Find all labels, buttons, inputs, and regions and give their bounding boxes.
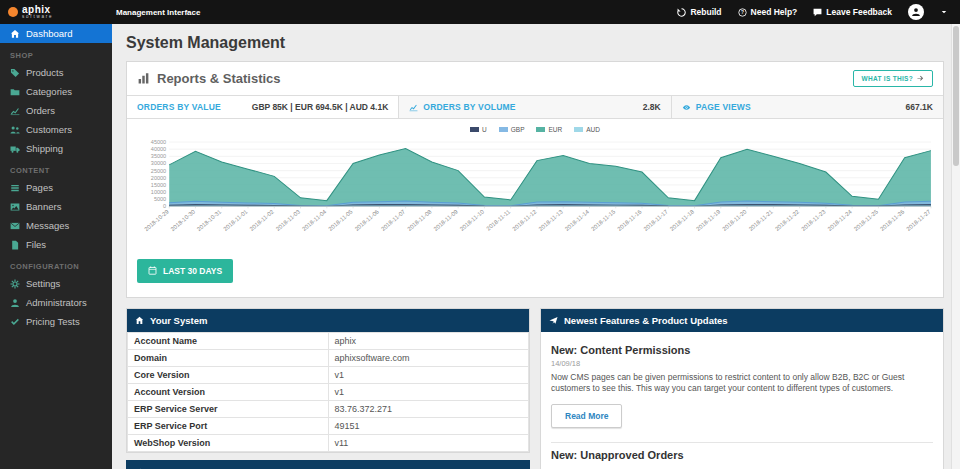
sidebar-item-files[interactable]: Files [0,235,112,254]
topbar: aphix software Management Interface Rebu… [0,0,960,24]
sidebar-item-customers[interactable]: Customers [0,120,112,139]
svg-text:10000: 10000 [151,189,166,195]
topbar-subtitle: Management Interface [116,8,200,17]
tab-page-views[interactable]: PAGE VIEWS 667.1K [671,96,943,118]
user-avatar[interactable] [908,4,924,20]
sidebar-item-label: Orders [26,105,55,116]
orders-by-value-chart: 0500010000150002000025000300003500040000… [133,134,937,253]
sidebar-item-label: Messages [26,220,69,231]
sidebar-item-administrators[interactable]: Administrators [0,293,112,312]
sidebar-item-label: Files [26,239,46,250]
sidebar: DashboardSHOPProductsCategoriesOrdersCus… [0,24,112,469]
sidebar-item-label: Settings [26,278,60,289]
system-row-label: WebShop Version [128,434,329,451]
sidebar-item-pages[interactable]: Pages [0,178,112,197]
sidebar-item-label: Shipping [26,143,63,154]
svg-text:2018-10-30: 2018-10-30 [169,209,196,233]
svg-text:2018-11-07: 2018-11-07 [380,209,406,232]
update-date: 14/09/18 [551,359,933,368]
svg-text:2018-11-13: 2018-11-13 [538,209,564,232]
legend-item-gbp: GBP [499,126,525,133]
truck-icon [10,144,20,154]
need-help-button[interactable]: ? Need Help? [738,7,798,17]
logo-mark-icon [8,7,18,17]
tab-orders-by-volume[interactable]: ORDERS BY VOLUME 2.8K [398,96,670,118]
sidebar-item-pricing-tests[interactable]: Pricing Tests [0,312,112,331]
aphix-logo[interactable]: aphix software [0,5,112,20]
divider [551,442,933,443]
tab-orders-by-volume-label: ORDERS BY VOLUME [409,102,515,112]
svg-text:30000: 30000 [151,160,166,166]
system-row-label: Core Version [128,366,329,383]
system-table-row: Core Versionv1 [128,366,529,383]
system-row-value: 83.76.372.271 [328,400,529,417]
last-page-card: Last Page Accessed per Admin User [126,460,530,469]
sidebar-item-categories[interactable]: Categories [0,82,112,101]
list-icon [10,183,20,193]
sidebar-item-products[interactable]: Products [0,63,112,82]
svg-text:25000: 25000 [151,168,166,174]
sidebar-section-configuration: CONFIGURATION [0,254,112,274]
system-table-row: ERP Service Port49151 [128,417,529,434]
scrollbar-thumb[interactable] [953,26,959,166]
svg-text:2018-11-09: 2018-11-09 [432,209,458,232]
tab-orders-by-volume-value: 2.8K [643,102,661,112]
tab-orders-by-value[interactable]: ORDERS BY VALUE GBP 85K | EUR 694.5K | A… [127,96,398,118]
sidebar-item-banners[interactable]: Banners [0,197,112,216]
sidebar-item-label: Pricing Tests [26,316,80,327]
svg-text:2018-11-06: 2018-11-06 [354,209,380,232]
bar-chart-icon [137,72,150,85]
svg-text:45000: 45000 [151,139,166,145]
svg-text:2018-11-18: 2018-11-18 [669,209,695,232]
tag-icon [10,68,20,78]
svg-text:2018-11-14: 2018-11-14 [564,208,591,232]
sidebar-item-shipping[interactable]: Shipping [0,139,112,158]
svg-text:2018-11-24: 2018-11-24 [826,208,853,232]
svg-text:2018-11-19: 2018-11-19 [695,209,721,232]
svg-text:2018-11-10: 2018-11-10 [459,209,485,232]
legend-swatch [470,127,479,132]
users-icon [10,125,20,135]
svg-text:2018-11-22: 2018-11-22 [774,209,800,232]
chevron-down-icon[interactable] [940,8,948,16]
svg-text:2018-10-29: 2018-10-29 [143,209,170,233]
last-30-days-button[interactable]: LAST 30 DAYS [137,259,233,283]
sidebar-item-label: Dashboard [26,28,72,39]
svg-text:2018-11-05: 2018-11-05 [327,209,353,232]
leave-feedback-label: Leave Feedback [826,7,892,17]
legend-label: GBP [511,126,525,133]
svg-text:2018-11-27: 2018-11-27 [905,209,931,232]
system-row-value: aphixsoftware.com [328,349,529,366]
leave-feedback-button[interactable]: Leave Feedback [813,7,892,17]
last-30-days-label: LAST 30 DAYS [163,266,222,276]
page-title: System Management [112,24,960,61]
system-row-label: Domain [128,349,329,366]
read-more-button[interactable]: Read More [551,404,622,428]
svg-text:2018-11-02: 2018-11-02 [249,209,275,232]
what-is-this-button[interactable]: WHAT IS THIS? [853,70,933,87]
scrollbar-track[interactable] [951,24,960,469]
your-system-card: Your System Account NameaphixDomainaphix… [126,308,530,453]
speech-bubble-icon [813,8,822,17]
update-body-text: Now CMS pages can be given permissions t… [551,372,933,396]
rebuild-label: Rebuild [690,7,721,17]
legend-swatch [574,127,583,132]
svg-text:2018-11-11: 2018-11-11 [485,209,511,232]
svg-text:2018-11-17: 2018-11-17 [643,209,669,232]
folder-icon [10,87,20,97]
sidebar-item-orders[interactable]: Orders [0,101,112,120]
image-icon [10,202,20,212]
sidebar-item-dashboard[interactable]: Dashboard [0,24,112,43]
svg-text:20000: 20000 [151,175,166,181]
legend-swatch [499,127,508,132]
sidebar-item-label: Products [26,67,64,78]
updates-card: Newest Features & Product Updates New: C… [540,308,944,469]
sidebar-item-messages[interactable]: Messages [0,216,112,235]
what-is-this-label: WHAT IS THIS? [862,75,913,82]
help-icon: ? [738,8,747,17]
rebuild-button[interactable]: Rebuild [677,7,721,17]
legend-item-aud: AUD [574,126,600,133]
sidebar-item-settings[interactable]: Settings [0,274,112,293]
system-table-row: ERP Service Server83.76.372.271 [128,400,529,417]
eye-icon [682,103,691,112]
